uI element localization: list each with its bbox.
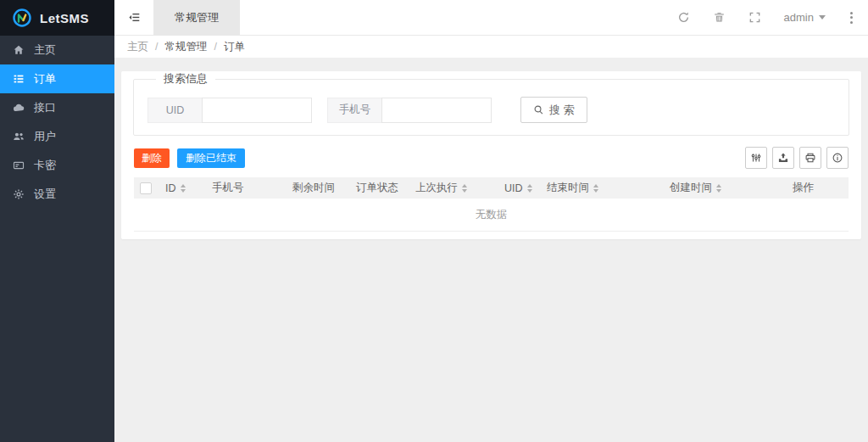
select-all-cell (134, 182, 159, 194)
export-icon (777, 152, 789, 164)
column-header-remaining-time: 剩余时间 (287, 181, 350, 195)
sidebar: LetSMS 主页 订单 接口 (0, 0, 114, 442)
uid-field-label: UID (147, 98, 202, 123)
tab-general-management[interactable]: 常规管理 (153, 0, 240, 35)
refresh-icon[interactable] (677, 11, 690, 24)
column-header-phone: 手机号 (206, 181, 287, 195)
tab-label: 常规管理 (175, 10, 219, 25)
search-button[interactable]: 搜 索 (520, 97, 587, 123)
breadcrumb-separator: / (214, 41, 216, 53)
search-form: UID 手机号 搜 索 (147, 97, 836, 123)
more-menu-icon[interactable] (849, 10, 854, 25)
select-all-checkbox[interactable] (140, 182, 152, 194)
fullscreen-icon[interactable] (748, 11, 761, 24)
brand-name: LetSMS (40, 11, 89, 25)
column-header-actions: 操作 (787, 181, 849, 195)
cloud-icon (13, 102, 25, 114)
export-button[interactable] (772, 147, 794, 169)
sort-icon[interactable] (462, 184, 467, 193)
orders-icon (13, 73, 25, 85)
user-menu[interactable]: admin (784, 11, 826, 24)
table-empty-state: 无数据 (134, 199, 849, 232)
phone-input[interactable] (381, 98, 492, 123)
sidebar-item-settings[interactable]: 设置 (0, 180, 114, 209)
sidebar-item-users[interactable]: 用户 (0, 122, 114, 151)
table-header-row: ID 手机号 剩余时间 订单状态 上次执行 (134, 177, 849, 199)
empty-text: 无数据 (476, 208, 508, 222)
search-panel-title: 搜索信息 (156, 71, 215, 87)
users-icon (13, 131, 25, 143)
sidebar-nav: 主页 订单 接口 用户 (0, 36, 114, 209)
info-icon (832, 152, 843, 164)
sidebar-item-label: 接口 (34, 100, 56, 115)
delete-finished-button[interactable]: 删除已结束 (177, 148, 245, 168)
sort-icon[interactable] (593, 184, 598, 193)
topbar: 常规管理 admin (114, 0, 868, 36)
home-icon (13, 44, 25, 56)
breadcrumb-orders[interactable]: 订单 (224, 40, 245, 54)
sidebar-item-label: 用户 (34, 129, 56, 144)
brand: LetSMS (0, 0, 114, 36)
sidebar-item-label: 卡密 (34, 158, 56, 173)
sort-icon[interactable] (181, 184, 186, 193)
breadcrumb-general[interactable]: 常规管理 (164, 40, 207, 54)
breadcrumb: 主页 / 常规管理 / 订单 (114, 36, 868, 58)
topbar-actions: admin (677, 0, 868, 35)
info-button[interactable] (826, 147, 849, 169)
column-header-uid[interactable]: UID (498, 182, 541, 194)
username: admin (784, 11, 814, 24)
column-header-created-time[interactable]: 创建时间 (664, 181, 787, 195)
trash-icon[interactable] (713, 11, 726, 24)
collapse-sidebar-icon (128, 11, 141, 24)
orders-table: ID 手机号 剩余时间 订单状态 上次执行 (134, 177, 849, 232)
brand-logo-icon (12, 8, 32, 28)
search-button-label: 搜 索 (549, 103, 575, 118)
breadcrumb-home[interactable]: 主页 (127, 40, 148, 54)
sidebar-item-label: 设置 (34, 187, 56, 202)
print-icon (804, 152, 816, 164)
phone-field-label: 手机号 (327, 98, 381, 123)
card-icon (13, 159, 25, 171)
sidebar-item-home[interactable]: 主页 (0, 36, 114, 64)
content-area: 搜索信息 UID 手机号 搜 索 (114, 58, 868, 442)
uid-field-group: UID (147, 98, 312, 123)
collapse-sidebar-button[interactable] (114, 0, 153, 35)
search-panel: 搜索信息 UID 手机号 搜 索 (133, 71, 849, 136)
sidebar-item-label: 主页 (34, 42, 56, 58)
search-icon (533, 104, 544, 115)
sort-icon[interactable] (716, 184, 721, 193)
column-header-end-time[interactable]: 结束时间 (541, 181, 664, 195)
main-area: 常规管理 admin 主页 / (114, 0, 868, 442)
uid-input[interactable] (202, 98, 312, 123)
chevron-down-icon (819, 15, 826, 20)
column-header-last-run[interactable]: 上次执行 (409, 181, 498, 195)
breadcrumb-separator: / (155, 41, 158, 53)
column-header-order-status: 订单状态 (350, 181, 409, 195)
filter-columns-icon (750, 152, 762, 164)
sidebar-item-label: 订单 (34, 71, 56, 87)
table-tools (745, 147, 849, 169)
phone-field-group: 手机号 (327, 98, 492, 123)
column-header-id[interactable]: ID (159, 182, 206, 194)
sidebar-item-api[interactable]: 接口 (0, 93, 114, 122)
orders-card: 搜索信息 UID 手机号 搜 索 (121, 71, 861, 239)
print-button[interactable] (799, 147, 821, 169)
settings-icon (13, 188, 25, 200)
sort-icon[interactable] (527, 184, 532, 193)
app-root: LetSMS 主页 订单 接口 (0, 0, 868, 442)
table-toolbar: 删除 删除已结束 (121, 136, 861, 177)
delete-button[interactable]: 删除 (134, 148, 170, 168)
filter-columns-button[interactable] (745, 147, 767, 169)
sidebar-item-cards[interactable]: 卡密 (0, 151, 114, 180)
sidebar-item-orders[interactable]: 订单 (0, 64, 114, 93)
